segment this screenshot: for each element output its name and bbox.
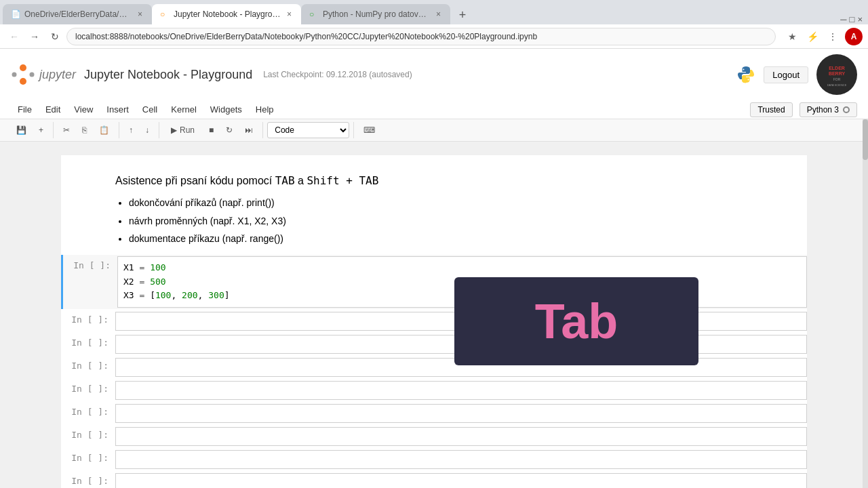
svg-text:FOR: FOR	[833, 77, 841, 81]
menu-view[interactable]: View	[67, 102, 100, 117]
browser-tab-1[interactable]: 📄 OneDrive/ElderBerryData/Note... ×	[3, 4, 152, 24]
menu-kernel[interactable]: Kernel	[164, 102, 203, 117]
tab1-close[interactable]: ×	[136, 8, 144, 20]
cell-prompt-6: In [ ]:	[61, 404, 115, 423]
toolbar-separator-3	[159, 122, 159, 138]
menu-cell[interactable]: Cell	[136, 102, 164, 117]
reload-button[interactable]: ↻	[46, 28, 64, 45]
cell-prompt-4: In [ ]:	[61, 358, 115, 377]
maximize-button[interactable]: □	[850, 14, 855, 24]
kernel-name: Python 3	[807, 105, 839, 115]
toolbar: 💾 + ✂ ⎘ 📋 ↑ ↓ ▶ Run ■ ↻ ⏭ Code Markdown …	[0, 119, 868, 142]
tab3-close[interactable]: ×	[435, 8, 442, 20]
settings-icon[interactable]: ⋮	[825, 28, 841, 45]
code-cell-9[interactable]: In [ ]:	[61, 472, 807, 488]
minimize-button[interactable]: ─	[840, 14, 846, 24]
cell-prompt-1: In [ ]:	[63, 256, 117, 308]
svg-point-1	[20, 78, 26, 85]
kernel-indicator: Python 3	[800, 102, 857, 117]
markdown-heading: Asistence při psaní kódu pomocí TAB a Sh…	[115, 174, 753, 187]
svg-text:ELDER: ELDER	[829, 66, 845, 70]
cut-cell-button[interactable]: ✂	[58, 123, 75, 138]
list-item-1: dokončování příkazů (např. print())	[129, 194, 753, 212]
address-bar[interactable]: localhost:8888/notebooks/OneDrive/ElderB…	[66, 28, 776, 45]
list-item-2: návrh proměnných (např. X1, X2, X3)	[129, 212, 753, 230]
copy-cell-button[interactable]: ⎘	[77, 123, 92, 138]
jupyter-logo: jupyter	[11, 62, 76, 87]
cell-content-6[interactable]	[115, 404, 807, 423]
svg-point-3	[30, 73, 35, 77]
scrollbar-track[interactable]	[863, 142, 868, 488]
menu-file[interactable]: File	[11, 102, 39, 117]
svg-point-0	[20, 64, 26, 71]
tab2-title: Jupyter Notebook - Playground	[174, 9, 281, 19]
jupyter-app: jupyter Jupyter Notebook - Playground La…	[0, 49, 868, 142]
markdown-content: Asistence při psaní kódu pomocí TAB a Sh…	[61, 174, 807, 248]
svg-text:BERRY: BERRY	[829, 71, 846, 76]
notebook-title[interactable]: Jupyter Notebook - Playground	[84, 68, 252, 82]
notebook-container: Asistence při psaní kódu pomocí TAB a Sh…	[61, 155, 807, 488]
scrollbar-thumb[interactable]	[863, 142, 868, 160]
cell-content-9[interactable]	[115, 473, 807, 488]
cell-content-7[interactable]	[115, 427, 807, 446]
elderberry-logo: ELDER BERRY FOR DATA SCIENCE	[816, 54, 857, 95]
close-window-button[interactable]: ×	[857, 14, 863, 24]
add-cell-button[interactable]: +	[33, 123, 49, 138]
menu-widgets[interactable]: Widgets	[203, 102, 249, 117]
tab2-close[interactable]: ×	[285, 8, 293, 20]
menu-bar: File Edit View Insert Cell Kernel Widget…	[0, 100, 868, 119]
user-avatar[interactable]: A	[845, 28, 863, 45]
cell-prompt-2: In [ ]:	[61, 312, 115, 331]
browser-tab-2[interactable]: ○ Jupyter Notebook - Playground ×	[152, 4, 301, 24]
code-cell-6[interactable]: In [ ]:	[61, 403, 807, 424]
bookmark-icon[interactable]: ★	[784, 28, 800, 45]
move-up-button[interactable]: ↑	[123, 123, 138, 138]
menu-insert[interactable]: Insert	[100, 102, 136, 117]
logout-button[interactable]: Logout	[764, 66, 808, 83]
markdown-cell: Asistence při psaní kódu pomocí TAB a Sh…	[61, 169, 807, 253]
cell-content-5[interactable]	[115, 381, 807, 400]
move-down-button[interactable]: ↓	[140, 123, 155, 138]
save-button[interactable]: 💾	[11, 123, 32, 138]
code-cell-5[interactable]: In [ ]:	[61, 380, 807, 401]
cell-content-8[interactable]	[115, 450, 807, 469]
svg-point-4	[743, 69, 745, 70]
jupyter-logo-text: jupyter	[39, 68, 76, 82]
run-button[interactable]: ▶ Run	[163, 123, 202, 138]
checkpoint-info: Last Checkpoint: 09.12.2018 (autosaved)	[263, 70, 412, 79]
code-cell-7[interactable]: In [ ]:	[61, 426, 807, 447]
svg-point-2	[12, 73, 17, 77]
jupyter-logo-icon	[11, 62, 35, 87]
trusted-button[interactable]: Trusted	[750, 102, 792, 117]
menu-help[interactable]: Help	[249, 102, 281, 117]
menu-edit[interactable]: Edit	[39, 102, 67, 117]
new-tab-button[interactable]: +	[453, 5, 472, 24]
keyboard-shortcut-button[interactable]: ⌨	[358, 123, 380, 138]
jupyter-title-bar: jupyter Jupyter Notebook - Playground La…	[0, 49, 868, 100]
tab2-favicon: ○	[160, 9, 170, 19]
notebook-content: Asistence při psaní kódu pomocí TAB a Sh…	[0, 142, 868, 488]
svg-point-5	[748, 79, 749, 81]
forward-button[interactable]: →	[26, 28, 43, 45]
address-text: localhost:8888/notebooks/OneDrive/ElderB…	[75, 32, 537, 41]
back-button[interactable]: ←	[5, 28, 23, 45]
markdown-list: dokončování příkazů (např. print()) návr…	[115, 194, 753, 248]
cell-type-select[interactable]: Code Markdown Raw NBConvert Heading	[267, 122, 349, 138]
tab-bar: 📄 OneDrive/ElderBerryData/Note... × ○ Ju…	[0, 0, 868, 24]
extensions-icon[interactable]: ⚡	[804, 28, 821, 45]
stop-button[interactable]: ■	[203, 123, 219, 138]
restart-button[interactable]: ↻	[220, 123, 238, 138]
restart-run-button[interactable]: ⏭	[239, 123, 258, 138]
cell-prompt-9: In [ ]:	[61, 473, 115, 488]
browser-tab-3[interactable]: ○ Python - NumPy pro datovou v... ×	[301, 4, 450, 24]
kernel-status-dot	[843, 106, 850, 113]
code-line-1: X1 = 100	[123, 261, 801, 275]
code-cell-8[interactable]: In [ ]:	[61, 449, 807, 470]
nav-icons: ★ ⚡ ⋮ A	[784, 28, 863, 45]
tab-overlay-text: Tab	[535, 293, 618, 349]
paste-cell-button[interactable]: 📋	[94, 123, 115, 138]
toolbar-separator-2	[119, 122, 119, 138]
nav-bar: ← → ↻ localhost:8888/notebooks/OneDrive/…	[0, 24, 868, 49]
toolbar-separator-4	[262, 122, 263, 138]
tab1-favicon: 📄	[11, 9, 20, 19]
